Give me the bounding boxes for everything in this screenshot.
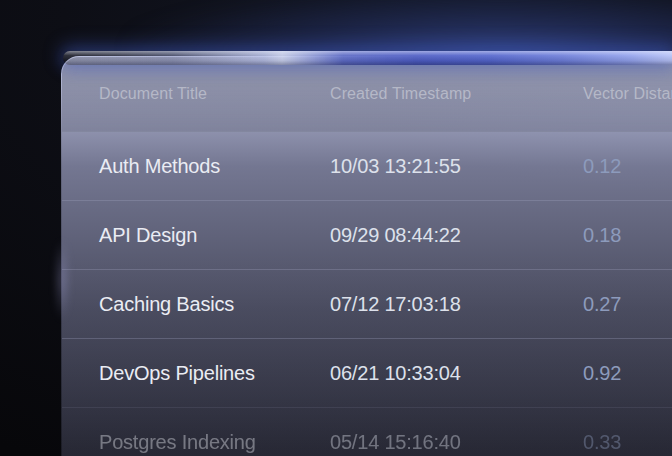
light-streak	[63, 51, 672, 65]
table-row[interactable]: Postgres Indexing 05/14 15:16:40 0.33	[62, 407, 672, 456]
table-row[interactable]: Caching Basics 07/12 17:03:18 0.27	[62, 269, 672, 338]
created-timestamp-cell: 05/14 15:16:40	[330, 431, 583, 454]
document-title-cell: DevOps Pipelines	[99, 362, 330, 385]
table-header-row: Document Title Created Timestamp Vector …	[62, 57, 672, 132]
column-header-document-title: Document Title	[99, 85, 330, 103]
created-timestamp-cell: 07/12 17:03:18	[330, 293, 583, 316]
vector-distance-cell: 0.92	[583, 362, 672, 385]
created-timestamp-cell: 09/29 08:44:22	[330, 224, 583, 247]
document-title-cell: Postgres Indexing	[99, 431, 330, 454]
page-background: Document Title Created Timestamp Vector …	[0, 0, 672, 456]
column-header-created-timestamp: Created Timestamp	[330, 85, 583, 103]
created-timestamp-cell: 10/03 13:21:55	[330, 155, 583, 178]
document-title-cell: Auth Methods	[99, 155, 330, 178]
created-timestamp-cell: 06/21 10:33:04	[330, 362, 583, 385]
document-title-cell: API Design	[99, 224, 330, 247]
vector-distance-cell: 0.12	[583, 155, 672, 178]
table-row[interactable]: DevOps Pipelines 06/21 10:33:04 0.92	[62, 338, 672, 407]
column-header-vector-distance: Vector Distance	[583, 85, 672, 103]
table-row[interactable]: API Design 09/29 08:44:22 0.18	[62, 200, 672, 269]
vector-distance-cell: 0.27	[583, 293, 672, 316]
vector-distance-cell: 0.18	[583, 224, 672, 247]
table-row[interactable]: Auth Methods 10/03 13:21:55 0.12	[62, 132, 672, 200]
left-edge-glow	[54, 225, 70, 335]
vector-distance-cell: 0.33	[583, 431, 672, 454]
documents-table-panel: Document Title Created Timestamp Vector …	[62, 57, 672, 456]
document-title-cell: Caching Basics	[99, 293, 330, 316]
